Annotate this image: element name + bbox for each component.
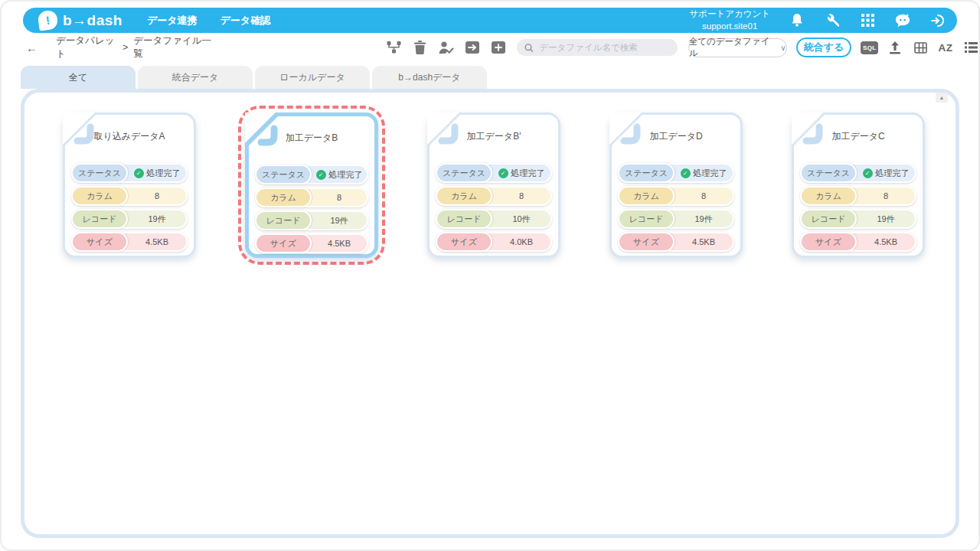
column-value: 8 bbox=[857, 191, 915, 201]
search-input[interactable] bbox=[539, 43, 670, 52]
column-row: カラム 8 bbox=[800, 186, 916, 206]
record-value: 19件 bbox=[857, 214, 915, 225]
breadcrumb-parent[interactable]: データパレット bbox=[56, 34, 117, 60]
account-info[interactable]: サポートアカウント support.site01 bbox=[689, 8, 770, 32]
column-value: 8 bbox=[675, 191, 733, 201]
size-value: 4.5KB bbox=[312, 239, 367, 248]
record-label: レコード bbox=[618, 209, 675, 229]
column-label: カラム bbox=[618, 186, 675, 206]
size-label: サイズ bbox=[436, 232, 492, 252]
upload-icon[interactable] bbox=[887, 40, 903, 55]
scrollbar-up-arrow[interactable]: ▲ bbox=[936, 93, 948, 103]
record-row: レコード 10件 bbox=[436, 209, 552, 229]
nav-item-data-integration[interactable]: データ連携 bbox=[147, 14, 198, 28]
status-row: ステータス ✓処理完了 bbox=[436, 163, 552, 183]
data-file-card[interactable]: 加工データB' ステータス ✓処理完了 カラム 8 レコード 10件 bbox=[427, 112, 560, 258]
status-label: ステータス bbox=[800, 163, 857, 183]
record-row: レコード 19件 bbox=[800, 209, 916, 229]
status-label: ステータス bbox=[436, 163, 492, 183]
folded-corner-icon bbox=[438, 123, 461, 146]
selection-dashed-outline: 加工データB ステータス ✓処理完了 カラム 8 レコード 19件 bbox=[238, 106, 385, 265]
search-box bbox=[517, 39, 678, 56]
tab-local-data[interactable]: ローカルデータ bbox=[255, 66, 370, 89]
sort-az-icon[interactable]: AZ bbox=[938, 40, 953, 55]
toolbar: ← データパレット > データファイル一覧 bbox=[2, 35, 978, 60]
column-row: カラム 8 bbox=[255, 187, 368, 207]
record-value: 19件 bbox=[675, 214, 733, 225]
column-label: カラム bbox=[436, 186, 492, 206]
trash-icon[interactable] bbox=[413, 40, 428, 55]
status-row: ステータス ✓処理完了 bbox=[255, 165, 368, 184]
column-row: カラム 8 bbox=[436, 186, 552, 206]
wrench-icon[interactable] bbox=[824, 12, 841, 29]
check-icon: ✓ bbox=[316, 170, 326, 180]
bell-icon[interactable] bbox=[789, 12, 805, 29]
size-label: サイズ bbox=[800, 232, 857, 252]
breadcrumb: データパレット > データファイル一覧 bbox=[56, 34, 212, 60]
size-value: 4.5KB bbox=[857, 237, 915, 246]
status-value: 処理完了 bbox=[329, 169, 363, 181]
size-label: サイズ bbox=[618, 232, 675, 252]
filter-selected-value: 全てのデータファイル bbox=[689, 36, 774, 59]
brand-logo[interactable]: ! b→dash bbox=[38, 11, 122, 30]
folded-corner-icon bbox=[257, 125, 280, 148]
record-value: 19件 bbox=[128, 214, 186, 225]
add-folder-icon[interactable] bbox=[491, 40, 506, 55]
size-row: サイズ 4.5KB bbox=[800, 232, 916, 252]
search-icon bbox=[524, 43, 534, 53]
status-label: ステータス bbox=[71, 163, 128, 183]
bdash-logo-icon: ! bbox=[37, 9, 58, 31]
column-label: カラム bbox=[71, 186, 128, 206]
record-label: レコード bbox=[800, 209, 857, 229]
app-window: ! b→dash データ連携 データ確認 サポートアカウント support.s… bbox=[0, 0, 980, 551]
move-to-folder-icon[interactable] bbox=[465, 40, 480, 55]
nav-item-data-confirmation[interactable]: データ確認 bbox=[220, 14, 271, 28]
breadcrumb-separator: > bbox=[122, 42, 128, 53]
status-row: ステータス ✓処理完了 bbox=[618, 163, 734, 183]
mascot-chat-icon[interactable] bbox=[894, 12, 911, 29]
integrate-button[interactable]: 統合する bbox=[796, 37, 852, 57]
sql-editor-button[interactable]: SQL bbox=[861, 41, 878, 54]
size-value: 4.5KB bbox=[128, 237, 186, 246]
check-icon: ✓ bbox=[863, 168, 873, 178]
column-value: 8 bbox=[492, 191, 550, 201]
column-value: 8 bbox=[128, 191, 186, 201]
folded-corner-icon bbox=[74, 123, 96, 146]
data-file-card-selected[interactable]: 加工データB ステータス ✓処理完了 カラム 8 レコード 19件 bbox=[245, 112, 378, 258]
status-value: 処理完了 bbox=[694, 168, 727, 179]
status-row: ステータス ✓処理完了 bbox=[71, 163, 188, 183]
person-check-icon[interactable] bbox=[439, 40, 454, 55]
logout-icon[interactable] bbox=[929, 12, 946, 29]
card-grid: 取り込みデータA ステータス ✓処理完了 カラム 8 レコード 19件 bbox=[24, 93, 956, 258]
size-value: 4.0KB bbox=[492, 237, 550, 246]
table-view-icon[interactable] bbox=[913, 40, 928, 55]
column-row: カラム 8 bbox=[618, 186, 734, 206]
size-row: サイズ 4.5KB bbox=[255, 233, 368, 253]
column-value: 8 bbox=[312, 193, 367, 202]
tab-integrated-data[interactable]: 統合データ bbox=[138, 66, 253, 89]
file-type-filter-dropdown[interactable]: 全てのデータファイル ∨ bbox=[688, 38, 787, 57]
size-value: 4.5KB bbox=[675, 237, 733, 246]
apps-grid-icon[interactable] bbox=[859, 12, 876, 29]
chevron-down-icon: ∨ bbox=[780, 44, 786, 52]
record-label: レコード bbox=[71, 209, 128, 229]
data-file-card[interactable]: 加工データC ステータス ✓処理完了 カラム 8 レコード 19件 bbox=[792, 112, 925, 258]
back-button[interactable]: ← bbox=[26, 41, 38, 54]
tab-all[interactable]: 全て bbox=[21, 66, 136, 89]
record-label: レコード bbox=[436, 209, 492, 229]
column-label: カラム bbox=[800, 186, 857, 206]
column-label: カラム bbox=[255, 187, 312, 207]
data-file-card[interactable]: 取り込みデータA ステータス ✓処理完了 カラム 8 レコード 19件 bbox=[63, 112, 196, 258]
record-row: レコード 19件 bbox=[618, 209, 734, 229]
sitemap-icon[interactable] bbox=[387, 40, 402, 55]
record-label: レコード bbox=[255, 210, 312, 230]
data-file-card[interactable]: 加工データD ステータス ✓処理完了 カラム 8 レコード 19件 bbox=[609, 112, 743, 258]
size-row: サイズ 4.5KB bbox=[71, 232, 188, 252]
tab-bdash-data[interactable]: b→dashデータ bbox=[372, 66, 487, 89]
record-value: 10件 bbox=[492, 214, 550, 225]
record-row: レコード 19件 bbox=[255, 210, 368, 230]
list-view-icon[interactable] bbox=[963, 40, 978, 55]
brand-name: b→dash bbox=[63, 12, 122, 29]
column-row: カラム 8 bbox=[71, 186, 188, 206]
size-label: サイズ bbox=[71, 232, 128, 252]
